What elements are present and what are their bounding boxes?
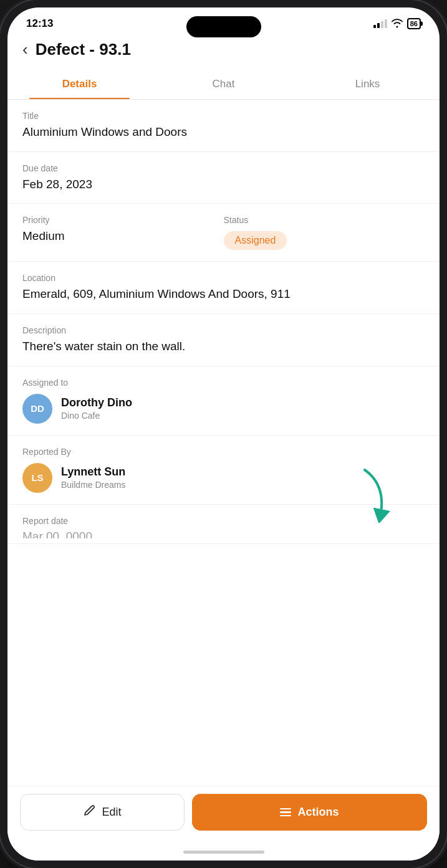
status-col: Status Assigned <box>224 215 425 250</box>
signal-bars-icon <box>373 19 387 28</box>
actions-button[interactable]: Actions <box>192 794 427 831</box>
priority-label: Priority <box>22 215 224 225</box>
status-badge: Assigned <box>224 231 287 250</box>
reporter-person-info: Lynnett Sun Buildme Dreams <box>61 465 125 490</box>
avatar-ls: LS <box>22 463 52 493</box>
assigned-name: Dorothy Dino <box>61 396 132 409</box>
tab-details[interactable]: Details <box>7 69 151 99</box>
assigned-section: Assigned to DD Dorothy Dino Dino Cafe <box>7 366 440 436</box>
assigned-person-row: DD Dorothy Dino Dino Cafe <box>22 394 425 424</box>
edit-icon <box>83 804 95 820</box>
tab-bar: Details Chat Links <box>7 69 440 100</box>
title-label: Title <box>22 111 425 121</box>
location-section: Location Emerald, 609, Aluminium Windows… <box>7 262 440 314</box>
home-indicator <box>7 843 440 861</box>
content-area: Title Aluminium Windows and Doors Due da… <box>7 100 440 786</box>
priority-value: Medium <box>22 229 224 244</box>
battery-icon: 86 <box>407 18 421 29</box>
reported-by-section: Reported By LS Lynnett Sun Buildme Dream… <box>7 436 440 505</box>
title-value: Aluminium Windows and Doors <box>22 125 425 140</box>
report-date-value: Mar 00, 0000 <box>22 530 425 538</box>
report-date-label: Report date <box>22 516 425 526</box>
reporter-name: Lynnett Sun <box>61 465 125 479</box>
priority-status-section: Priority Medium Status Assigned <box>7 204 440 262</box>
report-date-section: Report date Mar 00, 0000 <box>7 505 440 544</box>
phone-shell: 12:13 86 <box>0 0 447 868</box>
priority-col: Priority Medium <box>22 215 224 250</box>
back-button[interactable]: ‹ <box>22 40 28 59</box>
status-icons: 86 <box>373 18 421 30</box>
reporter-org: Buildme Dreams <box>61 480 125 490</box>
description-section: Description There's water stain on the w… <box>7 314 440 366</box>
avatar-dd: DD <box>22 394 52 424</box>
location-value: Emerald, 609, Aluminium Windows And Door… <box>22 287 425 302</box>
reported-by-label: Reported By <box>22 447 425 457</box>
description-label: Description <box>22 325 425 335</box>
assigned-person-info: Dorothy Dino Dino Cafe <box>61 396 132 421</box>
actions-list-icon <box>280 808 291 817</box>
assigned-org: Dino Cafe <box>61 411 132 421</box>
phone-screen: 12:13 86 <box>7 7 440 861</box>
description-value: There's water stain on the wall. <box>22 339 425 355</box>
dynamic-island <box>186 16 261 37</box>
bottom-bar: Edit Actions <box>7 786 440 843</box>
edit-label: Edit <box>102 806 121 819</box>
due-date-value: Feb 28, 2023 <box>22 177 425 193</box>
status-label: Status <box>224 215 425 225</box>
page-title: Defect - 93.1 <box>36 40 131 59</box>
edit-button[interactable]: Edit <box>20 794 185 831</box>
tab-chat[interactable]: Chat <box>151 69 296 99</box>
location-label: Location <box>22 273 425 283</box>
status-time: 12:13 <box>26 17 53 30</box>
due-date-label: Due date <box>22 163 425 173</box>
due-date-section: Due date Feb 28, 2023 <box>7 152 440 204</box>
status-bar: 12:13 86 <box>7 7 440 35</box>
tab-links[interactable]: Links <box>296 69 440 99</box>
header: ‹ Defect - 93.1 <box>7 35 440 69</box>
wifi-icon <box>391 18 403 30</box>
assigned-to-label: Assigned to <box>22 378 425 388</box>
home-bar <box>183 851 264 854</box>
actions-label: Actions <box>297 806 339 819</box>
title-section: Title Aluminium Windows and Doors <box>7 100 440 152</box>
